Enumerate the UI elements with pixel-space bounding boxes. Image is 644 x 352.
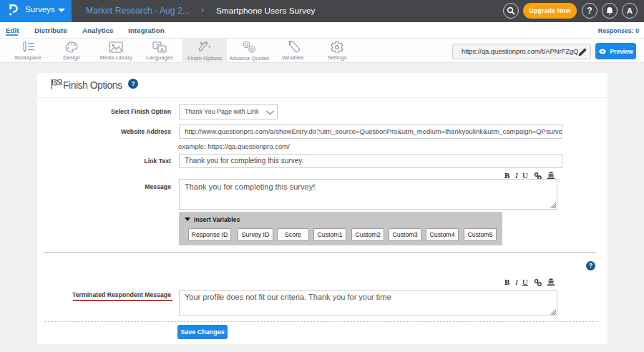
svg-text:A: A (160, 46, 164, 52)
